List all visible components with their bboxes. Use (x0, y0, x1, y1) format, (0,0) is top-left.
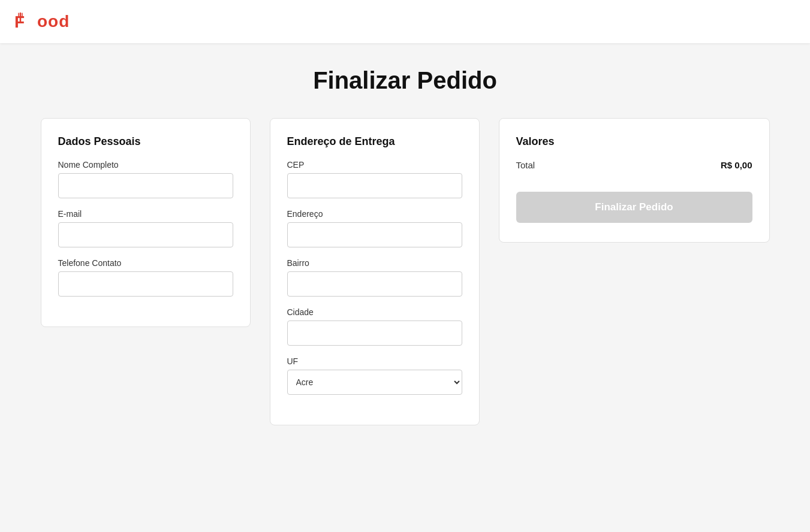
telefone-label: Telefone Contato (58, 258, 233, 268)
total-row: Total R$ 0,00 (516, 160, 752, 170)
uf-label: UF (287, 356, 462, 366)
nome-completo-input[interactable] (58, 173, 233, 198)
cidade-label: Cidade (287, 307, 462, 317)
svg-text:F: F (14, 13, 25, 31)
endereco-input[interactable] (287, 222, 462, 247)
cidade-input[interactable] (287, 321, 462, 346)
cep-label: CEP (287, 160, 462, 170)
cep-input[interactable] (287, 173, 462, 198)
total-label: Total (516, 160, 535, 170)
logo[interactable]: F ood (14, 11, 796, 32)
nome-completo-group: Nome Completo (58, 160, 233, 198)
main-content: Finalizar Pedido Dados Pessoais Nome Com… (22, 43, 789, 449)
uf-select[interactable]: Acre Alagoas Amapá Amazonas Bahia Ceará … (287, 370, 462, 395)
cep-group: CEP (287, 160, 462, 198)
values-card-heading: Valores (516, 135, 752, 148)
values-card: Valores Total R$ 0,00 Finalizar Pedido (499, 118, 770, 243)
cards-container: Dados Pessoais Nome Completo E-mail Tele… (41, 118, 770, 425)
telefone-group: Telefone Contato (58, 258, 233, 297)
app-header: F ood (0, 0, 810, 43)
email-input[interactable] (58, 222, 233, 247)
bairro-input[interactable] (287, 271, 462, 297)
logo-icon: F (14, 11, 36, 32)
nome-completo-label: Nome Completo (58, 160, 233, 170)
address-card-heading: Endereço de Entrega (287, 135, 462, 148)
finalize-order-button[interactable]: Finalizar Pedido (516, 192, 752, 223)
email-group: E-mail (58, 209, 233, 247)
bairro-group: Bairro (287, 258, 462, 297)
endereco-group: Endereço (287, 209, 462, 247)
total-amount: R$ 0,00 (721, 160, 752, 170)
telefone-input[interactable] (58, 271, 233, 297)
endereco-label: Endereço (287, 209, 462, 219)
email-label: E-mail (58, 209, 233, 219)
address-card: Endereço de Entrega CEP Endereço Bairro … (270, 118, 480, 425)
bairro-label: Bairro (287, 258, 462, 268)
personal-data-card: Dados Pessoais Nome Completo E-mail Tele… (41, 118, 251, 327)
uf-group: UF Acre Alagoas Amapá Amazonas Bahia Cea… (287, 356, 462, 395)
cidade-group: Cidade (287, 307, 462, 346)
logo-text: ood (37, 13, 70, 30)
page-title: Finalizar Pedido (41, 67, 770, 94)
personal-card-heading: Dados Pessoais (58, 135, 233, 148)
